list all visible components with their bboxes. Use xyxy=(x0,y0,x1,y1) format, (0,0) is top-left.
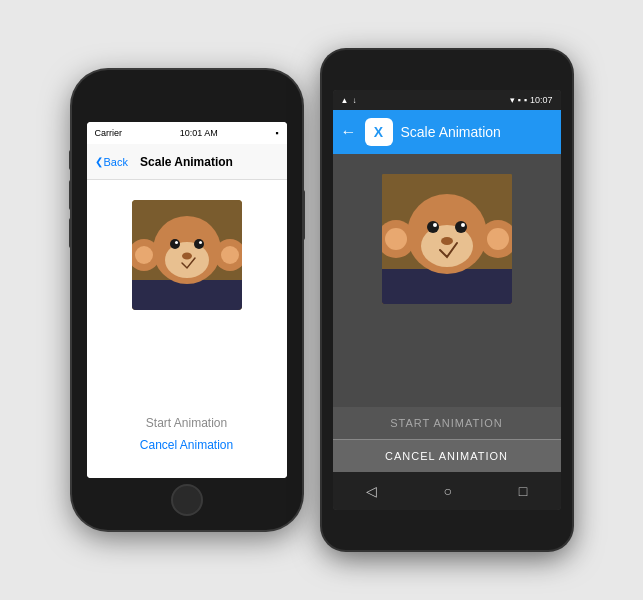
ios-status-bar: Carrier 10:01 AM ▪ xyxy=(87,122,287,144)
svg-point-8 xyxy=(170,239,180,249)
svg-point-4 xyxy=(135,246,153,264)
svg-rect-14 xyxy=(382,269,512,304)
android-app-icon: X xyxy=(365,118,393,146)
android-button-section: START ANIMATION CANCEL ANIMATION xyxy=(333,407,561,472)
ios-mute-button xyxy=(69,150,72,170)
android-phone: ▲ ↓ ▾ ▪ ▪ 10:07 ← X Scale Animation xyxy=(322,50,572,550)
ios-chevron-icon: ❮ xyxy=(95,156,103,167)
android-content xyxy=(333,154,561,407)
ios-back-label: Back xyxy=(104,156,128,168)
ios-nav-title: Scale Animation xyxy=(140,155,233,169)
ios-content: Start Animation Cancel Animation xyxy=(87,180,287,478)
svg-point-9 xyxy=(194,239,204,249)
phones-container: Carrier 10:01 AM ▪ ❮ Back Scale Animatio… xyxy=(62,40,582,560)
android-wifi-icon: ▾ xyxy=(510,95,515,105)
ios-power-button xyxy=(302,190,305,240)
ios-volume-up-button xyxy=(69,180,72,210)
android-nav-home-button[interactable]: ○ xyxy=(444,483,452,499)
android-app-icon-label: X xyxy=(374,124,383,140)
svg-point-17 xyxy=(385,228,407,250)
android-nav-recent-button[interactable]: □ xyxy=(519,483,527,499)
android-nav-buttons: ◁ ○ □ xyxy=(333,472,561,510)
android-status-bar: ▲ ↓ ▾ ▪ ▪ 10:07 xyxy=(333,90,561,110)
android-start-animation-button[interactable]: START ANIMATION xyxy=(333,407,561,439)
ios-time: 10:01 AM xyxy=(180,128,218,138)
ios-monkey-image xyxy=(132,200,242,310)
android-battery-icon: ▪ xyxy=(524,95,527,105)
android-signal-icon: ▪ xyxy=(518,95,521,105)
android-app-bar-title: Scale Animation xyxy=(401,124,501,140)
android-monkey-image xyxy=(382,174,512,304)
android-cancel-animation-button[interactable]: CANCEL ANIMATION xyxy=(333,439,561,472)
svg-point-18 xyxy=(487,228,509,250)
svg-point-24 xyxy=(461,223,465,227)
svg-point-5 xyxy=(221,246,239,264)
svg-point-10 xyxy=(175,241,178,244)
svg-point-22 xyxy=(455,221,467,233)
ios-volume-down-button xyxy=(69,218,72,248)
android-status-left: ▲ ↓ xyxy=(341,96,357,105)
svg-point-12 xyxy=(182,253,192,260)
android-time: 10:07 xyxy=(530,95,553,105)
svg-rect-1 xyxy=(132,280,242,310)
ios-phone: Carrier 10:01 AM ▪ ❮ Back Scale Animatio… xyxy=(72,70,302,530)
svg-point-21 xyxy=(427,221,439,233)
android-screen: ▲ ↓ ▾ ▪ ▪ 10:07 ← X Scale Animation xyxy=(333,90,561,510)
android-warning-icon: ▲ xyxy=(341,96,349,105)
ios-battery-indicator: ▪ xyxy=(275,128,278,138)
svg-point-11 xyxy=(199,241,202,244)
ios-home-button[interactable] xyxy=(171,484,203,516)
ios-nav-bar: ❮ Back Scale Animation xyxy=(87,144,287,180)
svg-point-20 xyxy=(421,225,473,267)
android-back-arrow[interactable]: ← xyxy=(341,123,357,141)
ios-button-area: Start Animation Cancel Animation xyxy=(97,416,277,468)
android-download-icon: ↓ xyxy=(352,96,356,105)
ios-back-button[interactable]: ❮ Back xyxy=(95,156,128,168)
ios-cancel-animation-button[interactable]: Cancel Animation xyxy=(140,438,233,452)
android-monkey-face-svg xyxy=(382,174,512,304)
ios-start-animation-button[interactable]: Start Animation xyxy=(146,416,227,430)
svg-point-23 xyxy=(433,223,437,227)
ios-carrier: Carrier xyxy=(95,128,123,138)
android-nav-back-button[interactable]: ◁ xyxy=(366,483,377,499)
monkey-face-svg xyxy=(132,200,242,310)
android-status-right: ▾ ▪ ▪ 10:07 xyxy=(510,95,553,105)
android-app-bar: ← X Scale Animation xyxy=(333,110,561,154)
ios-screen: Carrier 10:01 AM ▪ ❮ Back Scale Animatio… xyxy=(87,122,287,478)
svg-point-25 xyxy=(441,237,453,245)
